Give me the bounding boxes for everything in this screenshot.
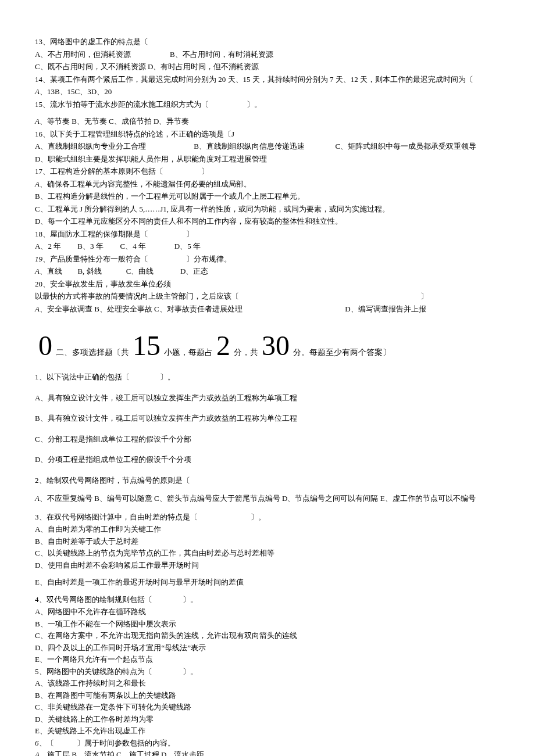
q17-stem: 17、工程构造分解的基本原则不包括〔 〕 <box>35 166 500 177</box>
q19-a-letter: A <box>35 266 40 277</box>
q13-a: A、不占用时间，但消耗资源 <box>35 50 131 59</box>
m3-e: E、自由时差是一项工作的最迟开场时间与最早开场时间的差值 <box>35 576 500 588</box>
m1-b: B、具有独立设计文件，魂工后可以独立发挥生产力或效益的工程称为单位工程 <box>35 413 500 424</box>
q19-opts: A、直线 B, 斜线 C、曲线 D、正态 <box>35 266 500 277</box>
q17-a-letter: A <box>35 180 40 188</box>
m4-stem: 4、双代号网络图的绘制规则包括〔 〕。 <box>35 594 500 605</box>
q16-c: C、矩阵式组织中每一成员都承受双重领导 <box>336 142 477 151</box>
section2-n3: 30 <box>262 332 290 360</box>
q14-a-letter: A <box>35 87 40 96</box>
section2-n1: 15 <box>133 332 160 360</box>
m5-d: D、关键线路上的工作各时差均为零 <box>35 714 500 725</box>
m3-a: A、自由时差为零的工作即为关键工作 <box>35 524 500 535</box>
section2-t4: 分。每题至少有两个答案〕 <box>293 346 391 359</box>
m2-a-letter: A <box>35 494 40 503</box>
section2-t3: 分，共 <box>234 346 258 359</box>
q16-a: A、直线制组织纵向专业分工合理 <box>35 141 192 152</box>
q18-c: C、4 年 <box>120 241 173 252</box>
q19-c: C、曲线 <box>126 266 179 277</box>
m3-c: C、以关键线路上的节点为完毕节点的工作，其自由时差必与总时差相等 <box>35 547 500 559</box>
q16-row1: A、直线制组织纵向专业分工合理 B、直线制组织纵向信息传递迅速 C、矩阵式组织中… <box>35 141 500 152</box>
section2-zero: 0 <box>38 332 52 360</box>
q17-a: A、确保各工程单元内容完整性，不能遗漏任何必要的组成局部。 <box>35 178 500 190</box>
q20-a-letter: A <box>35 304 40 313</box>
section2-t1: 二、多项选择题〔共 <box>56 346 129 359</box>
m5-e: E、关键线路上不允许出现虚工作 <box>35 725 500 737</box>
m6-stem-text: 、〔 〕属于时间参数包括的内容。 <box>39 739 175 747</box>
q16-stem: 16、以下关于工程管理组织特点的论述，不正确的选项是〔J <box>35 128 500 140</box>
q13-stem: 13、网络图中的虚工作的特点是〔 <box>35 36 500 48</box>
m3-stem: 3、在双代号网络图计算中，自由时差的特点是〔 〕。 <box>35 511 500 523</box>
m6-a-letter: A <box>35 750 40 756</box>
q20-d: D、编写调查报告并上报 <box>345 304 426 313</box>
q20-opts: A、安全事故调查 B、处理安全事故 C、对事故责任者进展处理 D、编写调查报告并… <box>35 303 500 315</box>
m5-stem: 5、网络图中的关键线路的特点为〔 〕。 <box>35 666 500 678</box>
m1-d: D、分项工程是指组成单位工程的假设千个分项 <box>35 454 500 465</box>
m6-opts: A、施工层 B、流水节拍 C、施工过程 D、流水步距 <box>35 749 500 756</box>
q16-b: B、直线制组织纵向信息传递迅速 <box>194 141 333 152</box>
m2-opts-text: 、不应重复编号 B、编号可以随意 C、箭头节点编号应大于箭尾节点编号 D、节点编… <box>40 494 476 503</box>
m4-d: D、四个及以上的工作同时开场才宜用“母线法”表示 <box>35 642 500 654</box>
q18-stem: 18、屋面防水工程的保修期限是〔 〕 <box>35 228 500 240</box>
m3-d: D、使用自由时差不会彩响紧后工作最早开场时间 <box>35 560 500 571</box>
m1-stem: 1、以下说法中正确的包括〔 〕。 <box>35 371 500 383</box>
m6-opts-text: 、施工层 B、流水节拍 C、施工过程 D、流水步距 <box>40 750 204 756</box>
q17-d: D、每一个工程单元应能区分不同的责任人和不同的工作内容，应有较高的整体性和独立性… <box>35 216 500 227</box>
m4-a: A、网络图中不允许存在循环路线 <box>35 606 500 618</box>
q18-b: B、3 年 <box>77 241 118 252</box>
m1-a: A、具有独立设计文件，竣工后可以独立发挥生产力或效益的工程称为单项工程 <box>35 392 500 404</box>
q13-opts-row1: A、不占用时间，但消耗资源 B、不占用时间，有时消耗资源 <box>35 49 500 60</box>
q16-d: D、职能式组织主要是发挥职能人员作用，从职能角度对工程进展管理 <box>35 153 500 165</box>
m1-c: C、分部工程是指组成单位工程的假设千个分部 <box>35 433 500 445</box>
q20-stem: 20、安全事故发生后，事故发生单位必须 <box>35 278 500 290</box>
q18-opts: A、2 年 B、3 年 C、4 年 D、5 年 <box>35 241 500 252</box>
q19-d: D、正态 <box>180 266 208 277</box>
q13-opts-row2: C、既不占用时间，又不消耗资源 D、有时占用时间，但不消耗资源 <box>35 61 500 73</box>
q19-num: 19 <box>35 255 42 263</box>
q13-d: D、有时占用时间，但不消耗资源 <box>148 62 259 71</box>
m5-c: C、非关键线路在一定条件下可转化为关键线路 <box>35 701 500 713</box>
q17-b: B、工程构造分解是线性的，一个工程单元可以附属于一个或几个上层工程单元。 <box>35 191 500 202</box>
q13-b: B、不占用时间，有时消耗资源 <box>170 50 273 59</box>
m6-stem: 6、〔 〕属于时间参数包括的内容。 <box>35 737 500 749</box>
q14-stem: 14、某项工作有两个紧后工作，其最迟完成时间分别为 20 天、15 天，其持续时… <box>35 74 500 85</box>
q18-d: D、5 年 <box>174 241 201 252</box>
q15-stem: 15、流水节拍等于流水步距的流水施工组织方式为〔 〕。 <box>35 99 500 110</box>
q18-a: A、2 年 <box>35 241 76 252</box>
q19-stem-text: 、产品质量特性分布一般符合〔 〕分布规律。 <box>42 255 231 263</box>
m4-e: E、一个网络只允许有一个起点节点 <box>35 654 500 665</box>
q19-stem: 19、产品质量特性分布一般符合〔 〕分布规律。 <box>35 253 500 265</box>
q19-b: B, 斜线 <box>77 266 124 277</box>
q17-c: C、工程单元 J 所分解得到的人 5,……J1, 应具有一样的性质，或同为功能，… <box>35 203 500 215</box>
m2-stem: 2、绘制双代号网络图时，节点编号的原则是〔 <box>35 475 500 486</box>
m5-a: A、该线路工作持续时间之和最长 <box>35 678 500 689</box>
section2-header: 0 二、多项选择题〔共 15 小题，每题占 2 分，共 30 分。每题至少有两个… <box>35 332 500 360</box>
m5-b: B、在网路图中可能有两条以上的关键线路 <box>35 690 500 701</box>
q20-cont: 以最快的方式将事故的简要情况向上级主管部门，之后应该〔 〕 <box>35 291 500 302</box>
q17-a-text: 、确保各工程单元内容完整性，不能遗漏任何必要的组成局部。 <box>40 180 251 188</box>
m4-b: B、一项工作不能在一个网络图中屡次表示 <box>35 618 500 630</box>
m3-b: B、自由时差等于或大于总时差 <box>35 536 500 547</box>
q19-a: 、直线 <box>40 266 62 277</box>
q15-opts-text: 、等节奏 B、无节奏 C、成倍节拍 D、异节奏 <box>40 117 189 126</box>
q14-opts: A、13B、15C、3D、20 <box>35 86 500 98</box>
section2-t2: 小题，每题占 <box>164 346 213 359</box>
q14-opts-text: 、13B、15C、3D、20 <box>40 87 112 96</box>
m4-c: C、在网络方案中，不允许出现无指向箭头的连线，允许出现有双向箭头的连线 <box>35 630 500 642</box>
m2-opts: A、不应重复编号 B、编号可以随意 C、箭头节点编号应大于箭尾节点编号 D、节点… <box>35 493 500 504</box>
q13-c: C、既不占用时间，又不消耗资源 <box>35 62 146 71</box>
q20-a: 、安全事故调查 B、处理安全事故 C、对事故责任者进展处理 <box>40 304 242 313</box>
q15-opts: A、等节奏 B、无节奏 C、成倍节拍 D、异节奏 <box>35 116 500 127</box>
section2-n2: 2 <box>216 332 230 360</box>
q15-a-letter: A <box>35 117 40 126</box>
